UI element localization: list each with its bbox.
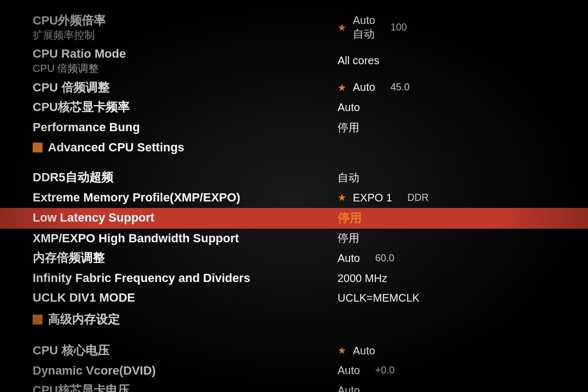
label-col-infinity-fabric: Infinity Fabric Frequency and Dividers xyxy=(33,271,338,286)
section-label-adv-cpu-settings: Advanced CPU Settings xyxy=(48,140,185,155)
main-label-uclk-div1: UCLK DIV1 MODE xyxy=(33,291,135,304)
label-col-cpu-ratio-adj: CPU 倍频调整 xyxy=(33,80,338,96)
label-col-xmp-high-bw: XMP/EXPO High Bandwidth Support xyxy=(33,231,338,247)
label-col-cpu-igpu-freq: CPU核芯显卡频率 xyxy=(33,100,338,115)
label-col-cpu-ratio-mode: CPU Ratio Mode CPU 倍频调整 xyxy=(33,46,338,75)
value-col-cpu-igpu-freq: Auto xyxy=(338,101,588,114)
star-icon-cpu-core-voltage: ★ xyxy=(338,345,346,357)
value-col-cpu-igpu-voltage: Auto xyxy=(338,384,588,392)
value-col-cpu-core-voltage: ★Auto xyxy=(338,345,588,357)
bios-row-ddr5-auto-oc[interactable]: DDR5自动超频自动 xyxy=(33,168,588,188)
value-main-uclk-div1: UCLK=MEMCLK xyxy=(338,292,420,304)
bios-screen: CPU外频倍率 扩展频率控制 ★ Auto 自动 100 CPU Ratio M… xyxy=(0,0,588,392)
bios-row-infinity-fabric[interactable]: Infinity Fabric Frequency and Dividers20… xyxy=(33,268,588,289)
value-col-uclk-div1: UCLK=MEMCLK xyxy=(338,292,588,304)
value-main-mem-ratio: Auto xyxy=(338,252,360,265)
bios-row-cpu-ratio-mode[interactable]: CPU Ratio Mode CPU 倍频调整 All cores xyxy=(33,44,588,77)
value-col-low-latency: 停用 xyxy=(338,210,577,226)
value-col-xmp-high-bw: 停用 xyxy=(338,231,588,246)
main-label-cpu-ext-freq: CPU外频倍率 xyxy=(33,13,338,29)
bios-row-cpu-ratio-adj[interactable]: CPU 倍频调整★Auto45.0 xyxy=(33,78,588,98)
extra-value-dvid1: +0.0 xyxy=(375,365,395,376)
value-main-ddr5-auto-oc: 自动 xyxy=(338,170,359,185)
main-label-cpu-ratio-adj: CPU 倍频调整 xyxy=(33,81,109,94)
value-sub-cpu-ext-freq: 自动 xyxy=(353,27,375,41)
extra-value-xmp-expo: DDR xyxy=(407,192,428,204)
extra-value-cpu-ext-freq: 100 xyxy=(390,22,407,33)
label-col-mem-ratio: 内存倍频调整 xyxy=(33,250,338,266)
bios-row-cpu-igpu-voltage[interactable]: CPU核芯显卡电压Auto xyxy=(33,381,588,392)
main-label-perf-bung: Performance Bung xyxy=(33,120,140,134)
main-label-xmp-expo: Extreme Memory Profile(XMP/EXPO) xyxy=(33,191,240,204)
label-col-uclk-div1: UCLK DIV1 MODE xyxy=(33,290,338,306)
value-main-cpu-igpu-freq: Auto xyxy=(338,101,360,114)
main-label-cpu-igpu-freq: CPU核芯显卡频率 xyxy=(33,100,130,114)
label-col-cpu-core-voltage: CPU 核心电压 xyxy=(33,343,338,359)
star-icon-cpu-ext-freq: ★ xyxy=(338,22,346,34)
main-label-mem-ratio: 内存倍频调整 xyxy=(33,251,105,265)
section-marker-adv-mem-settings xyxy=(33,315,42,324)
value-col-cpu-ext-freq: ★ Auto 自动 100 xyxy=(338,14,588,41)
bios-row-mem-ratio[interactable]: 内存倍频调整Auto60.0 xyxy=(33,248,588,268)
section-row-adv-mem-settings[interactable]: 高级内存设定 xyxy=(33,308,588,331)
label-col-dvid1: Dynamic Vcore(DVID) xyxy=(33,363,338,379)
value-col-cpu-ratio-mode: All cores xyxy=(338,54,588,67)
main-label-infinity-fabric: Infinity Fabric Frequency and Dividers xyxy=(33,271,250,285)
bios-row-xmp-high-bw[interactable]: XMP/EXPO High Bandwidth Support停用 xyxy=(33,229,588,249)
value-main-low-latency: 停用 xyxy=(338,210,362,226)
label-col-perf-bung: Performance Bung xyxy=(33,120,338,136)
value-col-mem-ratio: Auto60.0 xyxy=(338,252,588,265)
bios-row-cpu-ext-freq[interactable]: CPU外频倍率 扩展频率控制 ★ Auto 自动 100 xyxy=(33,11,588,44)
section-label-adv-mem-settings: 高级内存设定 xyxy=(48,311,120,328)
bios-row-uclk-div1[interactable]: UCLK DIV1 MODEUCLK=MEMCLK xyxy=(33,288,588,308)
value-main-cpu-ext-freq: Auto xyxy=(353,14,375,27)
value-col-perf-bung: 停用 xyxy=(338,120,588,135)
section-marker-adv-cpu-settings xyxy=(33,143,42,152)
value-main-cpu-igpu-voltage: Auto xyxy=(338,384,360,392)
value-main-dvid1: Auto xyxy=(338,364,360,377)
value-col-xmp-expo: ★EXPO 1DDR xyxy=(338,192,588,204)
label-col-cpu-igpu-voltage: CPU核芯显卡电压 xyxy=(33,383,338,392)
bios-row-perf-bung[interactable]: Performance Bung停用 xyxy=(33,118,588,138)
bios-row-cpu-core-voltage[interactable]: CPU 核心电压★Auto xyxy=(33,341,588,361)
bios-row-xmp-expo[interactable]: Extreme Memory Profile(XMP/EXPO)★EXPO 1D… xyxy=(33,188,588,208)
value-col-ddr5-auto-oc: 自动 xyxy=(338,170,588,185)
main-label-cpu-ratio-mode: CPU Ratio Mode xyxy=(33,46,338,62)
spacer-15 xyxy=(33,331,588,341)
value-col-dvid1: Auto+0.0 xyxy=(338,364,588,377)
sub-label-cpu-ext-freq: 扩展频率控制 xyxy=(33,29,338,42)
main-label-dvid1: Dynamic Vcore(DVID) xyxy=(33,364,156,377)
bios-row-dvid1[interactable]: Dynamic Vcore(DVID)Auto+0.0 xyxy=(33,361,588,381)
main-label-cpu-core-voltage: CPU 核心电压 xyxy=(33,344,109,357)
main-label-ddr5-auto-oc: DDR5自动超频 xyxy=(33,170,113,184)
main-label-low-latency: Low Latency Support xyxy=(33,211,155,224)
section-row-adv-cpu-settings[interactable]: Advanced CPU Settings xyxy=(33,137,588,158)
bios-row-cpu-igpu-freq[interactable]: CPU核芯显卡频率Auto xyxy=(33,97,588,118)
main-label-xmp-high-bw: XMP/EXPO High Bandwidth Support xyxy=(33,231,239,245)
label-col-ddr5-auto-oc: DDR5自动超频 xyxy=(33,170,338,186)
value-main-cpu-ratio-mode: All cores xyxy=(338,54,379,67)
bios-row-low-latency[interactable]: Low Latency Support停用 xyxy=(0,208,588,229)
value-main-xmp-expo: EXPO 1 xyxy=(353,192,392,204)
label-col-cpu-ext-freq: CPU外频倍率 扩展频率控制 xyxy=(33,13,338,42)
star-icon-cpu-ratio-adj: ★ xyxy=(338,82,346,94)
main-label-cpu-igpu-voltage: CPU核芯显卡电压 xyxy=(33,383,130,392)
value-main-xmp-high-bw: 停用 xyxy=(338,231,359,246)
label-col-low-latency: Low Latency Support xyxy=(33,210,338,226)
extra-value-cpu-ratio-adj: 45.0 xyxy=(390,82,409,93)
sub-label-cpu-ratio-mode: CPU 倍频调整 xyxy=(33,62,338,76)
value-col-cpu-ratio-adj: ★Auto45.0 xyxy=(338,81,588,94)
spacer-6 xyxy=(33,158,588,168)
value-main-perf-bung: 停用 xyxy=(338,120,359,135)
value-main-cpu-ratio-adj: Auto xyxy=(353,81,375,94)
label-col-xmp-expo: Extreme Memory Profile(XMP/EXPO) xyxy=(33,190,338,206)
value-col-infinity-fabric: 2000 MHz xyxy=(338,272,588,285)
value-main-cpu-core-voltage: Auto xyxy=(353,345,375,357)
extra-value-mem-ratio: 60.0 xyxy=(375,253,394,264)
value-main-infinity-fabric: 2000 MHz xyxy=(338,272,387,285)
star-icon-xmp-expo: ★ xyxy=(338,192,346,204)
